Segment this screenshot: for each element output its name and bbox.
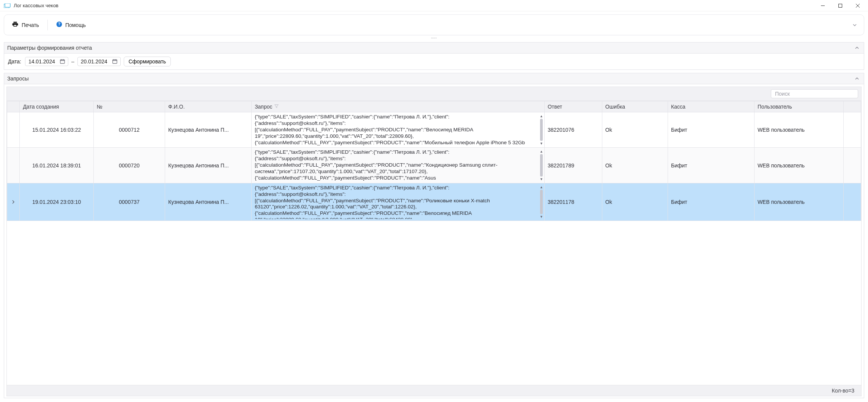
cell-error: Ok <box>602 148 668 183</box>
calendar-icon[interactable] <box>112 58 118 65</box>
cell-user: WEB пользователь <box>754 112 843 148</box>
col-date[interactable]: Дата создания <box>20 101 93 112</box>
table-row[interactable]: 15.01.2024 16:03:220000712Кузнецова Анто… <box>7 112 861 148</box>
cell-request: {"type":"SALE","taxSystem":"SIMPLIFIED",… <box>252 183 545 221</box>
cell-error: Ok <box>602 183 668 221</box>
cell-date: 16.01.2024 18:39:01 <box>20 148 93 183</box>
toolbar: Печать ? Помощь <box>4 14 864 35</box>
cell-pad <box>844 183 861 221</box>
cell-num: 0000712 <box>93 112 165 148</box>
date-label: Дата: <box>8 58 21 65</box>
help-icon: ? <box>56 21 62 28</box>
cell-scrollbar[interactable]: ▲▼ <box>539 114 543 146</box>
svg-rect-1 <box>5 3 10 7</box>
cell-answer: 382201076 <box>544 112 602 148</box>
params-title: Параметры формирования отчета <box>7 45 92 51</box>
toolbar-separator <box>47 20 48 30</box>
cell-kassa: Бифит <box>668 183 755 221</box>
chevron-up-icon[interactable] <box>853 75 861 82</box>
filter-icon[interactable] <box>274 104 279 110</box>
col-error[interactable]: Ошибка <box>602 101 668 112</box>
cell-num: 0000737 <box>93 183 165 221</box>
col-answer[interactable]: Ответ <box>544 101 602 112</box>
row-expand-cell[interactable] <box>7 112 20 148</box>
cell-date: 15.01.2024 16:03:22 <box>20 112 93 148</box>
cell-pad <box>844 148 861 183</box>
table-header-row: Дата создания № Ф.И.О. Запрос <box>7 101 861 112</box>
table-row[interactable]: 19.01.2024 23:03:100000737Кузнецова Анто… <box>7 183 861 221</box>
splitter-handle[interactable]: ••••• <box>4 37 864 39</box>
cell-scrollbar[interactable]: ▲▼ <box>539 185 543 219</box>
table-row[interactable]: 16.01.2024 18:39:010000720Кузнецова Анто… <box>7 148 861 183</box>
scroll-up-icon[interactable]: ▲ <box>540 185 543 189</box>
requests-title: Запросы <box>7 76 28 82</box>
toolbar-expand-button[interactable] <box>850 20 859 30</box>
request-text: {"type":"SALE","taxSystem":"SIMPLIFIED",… <box>255 185 539 219</box>
row-expand-cell[interactable] <box>7 183 20 221</box>
scroll-thumb[interactable] <box>540 154 543 176</box>
data-table: Дата создания № Ф.И.О. Запрос <box>7 101 861 221</box>
window-title: Лог кассовых чеков <box>14 3 814 8</box>
cell-answer: 382201789 <box>544 148 602 183</box>
row-count: Кол-во=3 <box>832 388 855 394</box>
scroll-up-icon[interactable]: ▲ <box>540 114 543 118</box>
params-body: Дата: 14.01.2024 – 20.01.2024 <box>4 54 864 70</box>
col-num[interactable]: № <box>93 101 165 112</box>
titlebar: Лог кассовых чеков <box>0 0 868 11</box>
search-input[interactable] <box>771 89 858 98</box>
col-expand[interactable] <box>7 101 20 112</box>
cell-fio: Кузнецова Антонина П... <box>165 112 252 148</box>
cell-error: Ok <box>602 112 668 148</box>
cell-request: {"type":"SALE","taxSystem":"SIMPLIFIED",… <box>252 112 545 148</box>
cell-fio: Кузнецова Антонина П... <box>165 148 252 183</box>
scroll-thumb[interactable] <box>540 119 543 141</box>
calendar-icon[interactable] <box>60 58 66 65</box>
svg-text:?: ? <box>58 22 60 26</box>
minimize-button[interactable] <box>814 0 832 11</box>
date-to-value: 20.01.2024 <box>81 58 108 65</box>
date-from-input[interactable]: 14.01.2024 <box>25 57 68 66</box>
cell-pad <box>844 112 861 148</box>
col-request-label: Запрос <box>255 104 272 110</box>
grid-toolbar <box>6 87 862 101</box>
params-header[interactable]: Параметры формирования отчета <box>4 42 864 54</box>
row-expand-cell[interactable] <box>7 148 20 183</box>
help-label: Помощь <box>65 22 86 28</box>
close-button[interactable] <box>849 0 866 11</box>
request-text: {"type":"SALE","taxSystem":"SIMPLIFIED",… <box>255 149 539 181</box>
generate-button[interactable]: Сформировать <box>124 57 171 66</box>
col-request[interactable]: Запрос <box>252 101 545 112</box>
chevron-up-icon[interactable] <box>853 44 861 52</box>
scroll-down-icon[interactable]: ▼ <box>540 215 543 219</box>
params-section: Параметры формирования отчета Дата: 14.0… <box>4 42 864 70</box>
app-icon <box>4 3 11 8</box>
scroll-up-icon[interactable]: ▲ <box>540 150 543 153</box>
cell-user: WEB пользователь <box>754 183 843 221</box>
col-user[interactable]: Пользователь <box>754 101 843 112</box>
print-button[interactable]: Печать <box>9 19 42 30</box>
cell-user: WEB пользователь <box>754 148 843 183</box>
col-pad <box>844 101 861 112</box>
date-to-input[interactable]: 20.01.2024 <box>77 57 121 66</box>
scroll-thumb[interactable] <box>540 190 543 214</box>
chevron-right-icon <box>11 199 16 203</box>
col-kassa[interactable]: Касса <box>668 101 755 112</box>
cell-kassa: Бифит <box>668 112 755 148</box>
scroll-down-icon[interactable]: ▼ <box>540 142 543 145</box>
col-fio[interactable]: Ф.И.О. <box>165 101 252 112</box>
requests-header[interactable]: Запросы <box>4 73 864 84</box>
grid-footer: Кол-во=3 <box>6 385 862 396</box>
cell-request: {"type":"SALE","taxSystem":"SIMPLIFIED",… <box>252 148 545 183</box>
cell-num: 0000720 <box>93 148 165 183</box>
svg-rect-2 <box>839 4 842 7</box>
maximize-button[interactable] <box>832 0 849 11</box>
cell-date: 19.01.2024 23:03:10 <box>20 183 93 221</box>
requests-section: Запросы <box>4 73 864 398</box>
svg-rect-5 <box>60 60 65 63</box>
scroll-down-icon[interactable]: ▼ <box>540 177 543 181</box>
cell-fio: Кузнецова Антонина П... <box>165 183 252 221</box>
svg-rect-6 <box>113 60 117 63</box>
help-button[interactable]: ? Помощь <box>53 20 89 30</box>
cell-scrollbar[interactable]: ▲▼ <box>539 149 543 181</box>
print-label: Печать <box>22 22 39 28</box>
